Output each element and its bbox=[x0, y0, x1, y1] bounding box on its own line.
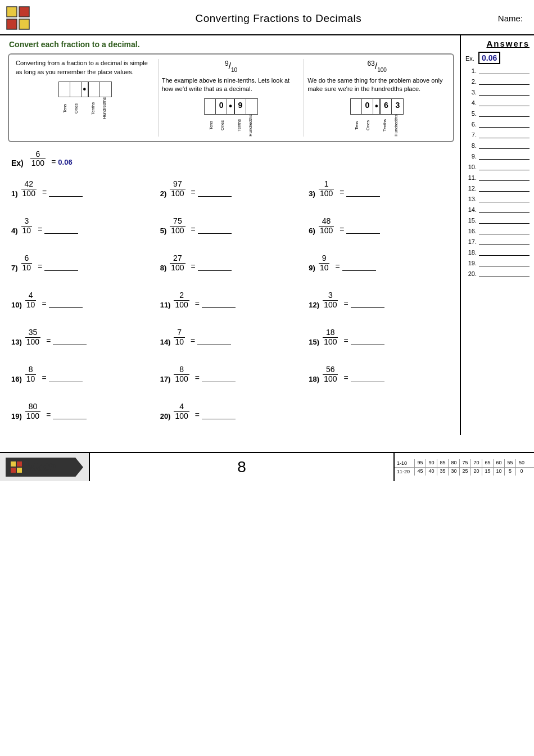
problem-answer-line-5[interactable] bbox=[198, 233, 232, 234]
problem-answer-line-13[interactable] bbox=[53, 345, 87, 345]
answer-blank-11[interactable] bbox=[479, 173, 530, 181]
problem-answer-line-7[interactable] bbox=[44, 270, 78, 271]
problem-denominator-19: 100 bbox=[25, 412, 40, 420]
problem-denominator-15: 100 bbox=[323, 338, 338, 346]
c3-lbl-dot bbox=[374, 115, 380, 137]
answer-item-13: 13. bbox=[465, 194, 530, 202]
c2-hundredths-val bbox=[250, 99, 254, 111]
answer-blank-12[interactable] bbox=[479, 184, 530, 192]
lbl-hundredths: Hundredths bbox=[99, 97, 110, 119]
problems-grid: 1) 42 100 = 2) 97 100 = 3) 1 100 = bbox=[8, 173, 454, 429]
intro-col-3: 63/100 We do the same thing for the prob… bbox=[304, 59, 450, 137]
problem-18: 18) 56 100 = bbox=[305, 359, 454, 392]
problem-answer-line-18[interactable] bbox=[351, 382, 384, 382]
problem-answer-line-17[interactable] bbox=[202, 382, 236, 382]
problem-answer-line-9[interactable] bbox=[342, 270, 376, 271]
logo-icon bbox=[6, 6, 31, 31]
problem-fraction-13: 35 100 bbox=[25, 328, 40, 346]
problem-20: 20) 4 100 = bbox=[157, 396, 306, 429]
answer-item-7: 7. bbox=[465, 130, 530, 138]
problem-answer-line-11[interactable] bbox=[202, 307, 236, 308]
problem-row-9: 9) 9 10 = bbox=[309, 254, 451, 272]
intro-text-2: The example above is nine-tenths. Lets l… bbox=[162, 76, 301, 94]
problem-fraction-2: 97 100 bbox=[170, 180, 185, 198]
svg-rect-7 bbox=[17, 468, 22, 473]
problem-fraction-1: 42 100 bbox=[21, 180, 37, 198]
problem-answer-line-19[interactable] bbox=[53, 419, 87, 419]
c2-lbl-ones: Ones bbox=[217, 115, 228, 137]
page-header: Converting Fractions to Decimals Name: bbox=[0, 0, 534, 35]
problem-numerator-15: 18 bbox=[323, 328, 338, 337]
problem-answer-line-16[interactable] bbox=[49, 382, 83, 382]
problem-row-8: 8) 27 100 = bbox=[160, 254, 302, 272]
problem-answer-line-8[interactable] bbox=[198, 270, 232, 271]
score-cells-1: 454035302520151050 bbox=[415, 468, 527, 476]
problem-denominator-3: 100 bbox=[319, 189, 334, 198]
problem-answer-line-10[interactable] bbox=[49, 307, 83, 308]
answer-num-14: 14. bbox=[465, 206, 477, 213]
answer-blank-3[interactable] bbox=[479, 88, 530, 96]
answer-blank-2[interactable] bbox=[479, 77, 530, 85]
problem-numerator-1: 42 bbox=[21, 180, 37, 189]
answer-ex-row: Ex. 0.06 bbox=[465, 52, 530, 64]
problem-equals-15: = bbox=[343, 336, 348, 346]
problem-answer-line-14[interactable] bbox=[197, 345, 231, 345]
answer-blank-8[interactable] bbox=[479, 141, 530, 149]
answer-blank-7[interactable] bbox=[479, 130, 530, 138]
answer-blank-1[interactable] bbox=[479, 66, 530, 74]
svg-rect-2 bbox=[19, 7, 29, 17]
problem-answer-line-20[interactable] bbox=[202, 419, 236, 419]
problem-equals-16: = bbox=[42, 373, 46, 383]
score-cell-1-5: 20 bbox=[471, 468, 482, 476]
problem-equals-5: = bbox=[191, 225, 196, 235]
problem-12: 12) 3 100 = bbox=[305, 284, 454, 318]
answer-blank-5[interactable] bbox=[479, 109, 530, 117]
problem-equals-6: = bbox=[340, 225, 344, 235]
answer-item-18: 18. bbox=[465, 248, 530, 256]
answer-blank-4[interactable] bbox=[479, 98, 530, 106]
answer-blank-15[interactable] bbox=[479, 216, 530, 224]
place-chart-box-2: 0 • 9 bbox=[204, 98, 258, 114]
score-cell-0-9: 50 bbox=[516, 459, 527, 467]
answer-blank-9[interactable] bbox=[479, 152, 530, 160]
problem-answer-line-12[interactable] bbox=[351, 307, 384, 308]
problem-answer-line-15[interactable] bbox=[351, 345, 384, 345]
answer-blank-20[interactable] bbox=[479, 269, 530, 277]
answer-blank-19[interactable] bbox=[479, 259, 530, 266]
answer-blank-17[interactable] bbox=[479, 237, 530, 245]
problem-answer-line-1[interactable] bbox=[49, 196, 83, 197]
problem-answer-line-4[interactable] bbox=[44, 233, 78, 234]
example-denominator: 100 bbox=[30, 159, 46, 168]
chart-tenths-val bbox=[93, 82, 96, 94]
answer-num-6: 6. bbox=[465, 121, 477, 128]
answer-blank-14[interactable] bbox=[479, 205, 530, 213]
score-cell-1-6: 15 bbox=[482, 468, 494, 476]
problem-numerator-12: 3 bbox=[323, 291, 338, 300]
place-chart-box-1: • bbox=[58, 82, 112, 97]
answer-blank-18[interactable] bbox=[479, 248, 530, 256]
problem-row-3: 3) 1 100 = bbox=[309, 180, 451, 198]
problem-answer-line-2[interactable] bbox=[198, 196, 232, 197]
answer-blank-10[interactable] bbox=[479, 162, 530, 170]
problem-equals-13: = bbox=[46, 336, 51, 346]
problem-label-17: 17) bbox=[160, 375, 171, 383]
problem-answer-line-6[interactable] bbox=[346, 233, 380, 234]
fraction-63-100: 63/100 bbox=[307, 59, 446, 74]
problem-denominator-1: 100 bbox=[21, 189, 37, 198]
fraction-9-10: 9/10 bbox=[162, 59, 301, 74]
answer-blank-16[interactable] bbox=[479, 227, 530, 234]
problem-fraction-10: 4 10 bbox=[25, 291, 37, 309]
problem-denominator-4: 10 bbox=[21, 227, 33, 235]
problem-answer-line-3[interactable] bbox=[346, 196, 380, 197]
problem-numerator-9: 9 bbox=[319, 254, 330, 263]
answer-blank-6[interactable] bbox=[479, 120, 530, 128]
score-label-1: 11-20 bbox=[395, 468, 415, 476]
c2-hundredths bbox=[246, 99, 257, 114]
c3-lbl-tens: Tens bbox=[352, 115, 363, 137]
problem-denominator-11: 100 bbox=[174, 301, 189, 309]
answer-item-16: 16. bbox=[465, 227, 530, 234]
problem-numerator-14: 7 bbox=[174, 328, 185, 337]
problem-label-5: 5) bbox=[160, 227, 167, 235]
problem-fraction-19: 80 100 bbox=[25, 402, 40, 420]
answer-blank-13[interactable] bbox=[479, 194, 530, 202]
